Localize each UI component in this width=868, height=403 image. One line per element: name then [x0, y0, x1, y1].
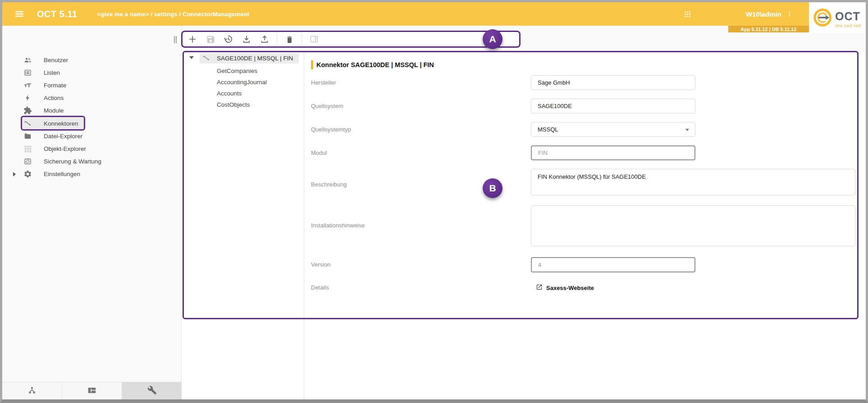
- oct-logo: OCT one cool tool: [809, 2, 866, 33]
- beschreibung-label: Beschreibung: [311, 181, 455, 189]
- saxess-website-link[interactable]: Saxess-Webseite: [536, 284, 594, 292]
- header-right-cluster: W10\admin: [683, 2, 793, 26]
- sidebar-bottom-bar: [2, 382, 182, 400]
- app-header: OCT 5.11 <give me a name> / settings / C…: [2, 2, 809, 26]
- app-title: OCT 5.11: [37, 9, 78, 19]
- sidebar-item-label: Sicherung & Wartung: [44, 158, 101, 165]
- link-text: Saxess-Webseite: [546, 285, 594, 291]
- kebab-menu-icon[interactable]: [786, 9, 793, 19]
- sidebar-item-datei-explorer[interactable]: Datei-Explorer: [2, 130, 182, 142]
- add-button[interactable]: [187, 33, 198, 45]
- breadcrumb: <give me a name> / settings / ConnectorM…: [97, 11, 250, 18]
- version-field[interactable]: [531, 257, 695, 272]
- sidebar-item-label: Actions: [44, 95, 64, 101]
- version-badge: App 5.11.12 | DB 5.11.12: [728, 26, 809, 32]
- sidebar-item-label: Einstellungen: [44, 171, 80, 177]
- save-button[interactable]: [205, 33, 216, 45]
- format-size-icon: [23, 81, 32, 90]
- sidebar-item-label: Formate: [44, 82, 66, 89]
- connector-icon: [202, 54, 210, 64]
- annotation-badge-b: B: [483, 178, 503, 198]
- form-title: Konnektor SAGE100DE | MSSQL | FIN: [316, 60, 434, 69]
- puzzle-icon: [23, 106, 32, 115]
- modul-label: Modul: [311, 149, 455, 157]
- sidebar-item-actions[interactable]: Actions: [2, 92, 182, 104]
- logo-text: OCT: [835, 10, 860, 23]
- download-button[interactable]: [241, 33, 252, 45]
- users-icon: [23, 56, 32, 64]
- panel-toggle-button[interactable]: [308, 33, 320, 45]
- gear-icon: [23, 170, 32, 178]
- current-user: W10\admin: [746, 10, 781, 18]
- wrench-icon: [147, 385, 157, 397]
- upload-button[interactable]: [259, 33, 270, 45]
- sidebar-item-einstellungen[interactable]: Einstellungen: [2, 168, 182, 181]
- logo-ring-icon: [813, 7, 834, 30]
- folder-icon: [23, 132, 32, 140]
- delete-button[interactable]: [283, 33, 295, 45]
- bottom-tab-window[interactable]: [62, 382, 122, 400]
- tree-node-accountingjournal[interactable]: AccountingJournal: [217, 79, 267, 86]
- hersteller-field[interactable]: [531, 75, 695, 90]
- panel-splitter-handle[interactable]: [174, 36, 178, 43]
- modul-field[interactable]: [531, 145, 695, 160]
- annotation-box-toolbar: [181, 31, 521, 48]
- bottom-tab-hierarchy[interactable]: [2, 382, 62, 400]
- flash-icon: [23, 94, 32, 102]
- connector-icon: [23, 119, 32, 128]
- tree-root-node[interactable]: SAGE100DE | MSSQL | FIN: [217, 55, 293, 62]
- menu-icon[interactable]: [14, 8, 25, 20]
- quellsystemtyp-value: MSSQL: [538, 126, 558, 133]
- window-icon: [87, 385, 97, 397]
- sidebar-item-label: Listen: [44, 69, 60, 76]
- beschreibung-field[interactable]: FIN Konnektor (MSSQL) für SAGE100DE: [531, 169, 855, 195]
- sidebar-item-label: Module: [44, 107, 64, 114]
- tree-node-getcompanies[interactable]: GetCompanies: [217, 68, 257, 74]
- title-accent-bar: [311, 60, 313, 69]
- toolbar-separator: [302, 34, 302, 45]
- sidebar-item-benutzer[interactable]: Benutzer: [2, 54, 182, 66]
- sidebar-item-objekt-explorer[interactable]: Objekt-Explorer: [2, 142, 182, 155]
- hierarchy-icon: [27, 385, 37, 397]
- installationshinweise-field[interactable]: [531, 205, 855, 246]
- chevron-down-icon: [685, 129, 689, 131]
- tree-panel-divider: [304, 51, 304, 399]
- sidebar-item-label: Benutzer: [44, 57, 68, 63]
- list-icon: [23, 68, 32, 77]
- open-in-new-icon: [536, 284, 543, 292]
- details-label: Details: [311, 284, 455, 292]
- installationshinweise-label: Installationshinweise: [311, 222, 455, 230]
- backup-icon: [23, 157, 32, 166]
- toolbar-separator: [277, 34, 277, 45]
- expand-arrow-icon[interactable]: [13, 172, 16, 177]
- restore-button[interactable]: [223, 33, 234, 45]
- sidebar-item-label: Datei-Explorer: [44, 133, 82, 140]
- sidebar-item-listen[interactable]: Listen: [2, 66, 182, 79]
- tree-node-accounts[interactable]: Accounts: [217, 90, 242, 97]
- apps-grid-icon[interactable]: [683, 9, 693, 19]
- quellsystem-label: Quellsystem: [311, 102, 455, 110]
- tree-node-costobjects[interactable]: CostObjects: [217, 101, 250, 108]
- quellsystem-field[interactable]: [531, 99, 695, 113]
- sidebar-item-sicherung-wartung[interactable]: Sicherung & Wartung: [2, 155, 182, 168]
- version-label: Version: [311, 261, 455, 269]
- bottom-tab-wrench[interactable]: [122, 382, 182, 400]
- annotation-badge-a: A: [483, 29, 503, 49]
- sidebar: Benutzer Listen Formate Actions Module: [2, 54, 182, 181]
- sidebar-item-module[interactable]: Module: [2, 104, 182, 117]
- logo-tagline: one cool tool: [835, 23, 861, 28]
- hersteller-label: Hersteller: [311, 79, 455, 87]
- tree-collapse-icon[interactable]: [189, 56, 194, 59]
- quellsystemtyp-label: Quellsystemtyp: [311, 126, 455, 134]
- sidebar-item-label: Konnektoren: [44, 120, 78, 127]
- app-window: OCT 5.11 <give me a name> / settings / C…: [0, 0, 868, 403]
- grid-dots-icon: [23, 145, 32, 153]
- sidebar-item-konnektoren[interactable]: Konnektoren: [2, 117, 182, 130]
- quellsystemtyp-select[interactable]: MSSQL: [531, 122, 695, 137]
- sidebar-item-formate[interactable]: Formate: [2, 79, 182, 91]
- sidebar-item-label: Objekt-Explorer: [44, 145, 86, 152]
